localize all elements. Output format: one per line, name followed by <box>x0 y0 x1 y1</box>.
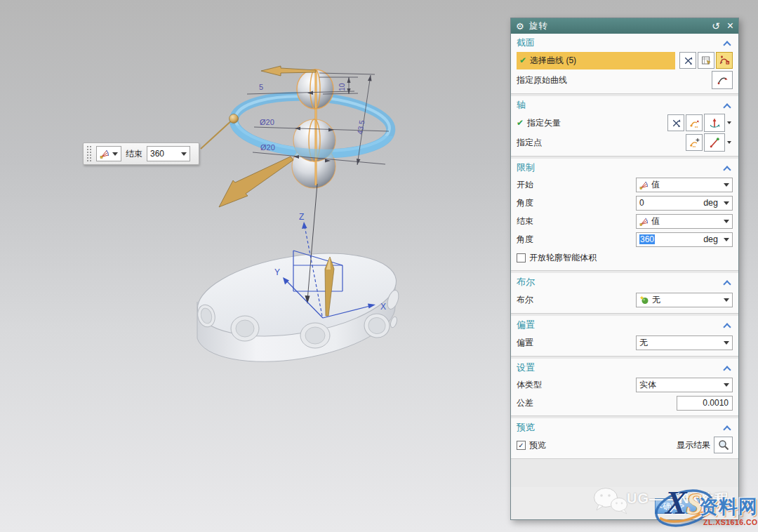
offset-select[interactable]: 无 <box>636 335 733 350</box>
end-mode-dropdown[interactable] <box>96 146 121 161</box>
start-label: 开始 <box>517 179 636 191</box>
svg-text:X: X <box>380 302 386 312</box>
boolean-row: 布尔 无 <box>517 290 733 310</box>
dropdown-arrow-icon <box>724 341 729 345</box>
end-mode-select[interactable]: 值 <box>636 214 733 229</box>
unit-label: deg <box>703 234 721 244</box>
reverse-vector-button[interactable] <box>667 114 684 131</box>
chevron-up-icon[interactable] <box>723 366 731 373</box>
point-dialog-button[interactable] <box>686 134 703 151</box>
open-profile-label: 开放轮廓智能体积 <box>529 252 597 264</box>
boolean-select[interactable]: 无 <box>636 293 733 307</box>
boolean-header-label: 布尔 <box>517 276 535 288</box>
limits-header[interactable]: 限制 <box>517 160 733 175</box>
group-axis: 轴 ✔ 指定矢量 <box>511 96 738 157</box>
boolean-label: 布尔 <box>517 294 636 306</box>
chevron-up-icon[interactable] <box>723 166 731 173</box>
end-label: 结束 <box>517 215 636 227</box>
reset-icon[interactable]: ↺ <box>712 21 720 31</box>
start-row: 开始 值 <box>517 175 733 194</box>
offset-row: 偏置 无 <box>517 333 733 352</box>
value-mode-icon <box>100 149 109 159</box>
base-cylinder[interactable] <box>192 241 402 361</box>
end-angle-input[interactable]: 360 deg <box>636 232 733 247</box>
dropdown-arrow-icon <box>724 383 729 387</box>
svg-text:43.5: 43.5 <box>355 119 366 135</box>
preview-header[interactable]: 预览 <box>517 420 733 435</box>
body-type-select[interactable]: 实体 <box>636 378 733 392</box>
start-angle-input[interactable]: 0 deg <box>636 196 733 211</box>
dialog-body: 截面 ✔ 选择曲线 (5) <box>511 34 738 519</box>
start-angle-value: 0 <box>639 198 644 208</box>
dropdown-arrow-icon <box>724 183 729 187</box>
select-curve-label: 选择曲线 (5) <box>530 55 576 67</box>
list-table-icon <box>701 55 711 65</box>
dropdown-arrow-icon <box>181 152 187 156</box>
point-needle-icon <box>709 137 721 148</box>
magnifier-icon <box>718 439 729 451</box>
offset-header[interactable]: 偏置 <box>517 317 733 333</box>
toolbar-drag-handle[interactable] <box>86 145 92 162</box>
vector-dropdown[interactable] <box>725 121 733 124</box>
site-domain: ZL.XS1616.COM <box>703 518 758 526</box>
end-angle-input[interactable]: 360 <box>147 146 190 161</box>
start-angle-row: 角度 0 deg <box>517 194 733 212</box>
settings-header-label: 设置 <box>517 361 535 374</box>
close-icon[interactable]: × <box>727 21 733 31</box>
boolean-none-icon <box>639 295 649 305</box>
point-plus-icon <box>689 138 700 148</box>
dropdown-arrow-icon <box>112 152 118 156</box>
onscreen-input-toolbar[interactable]: 结束 360 <box>83 142 199 165</box>
settings-header[interactable]: 设置 <box>517 360 733 375</box>
chevron-up-icon[interactable] <box>723 323 731 331</box>
show-result-button[interactable] <box>714 437 733 453</box>
vector-dialog-button[interactable] <box>704 114 725 132</box>
point-dropdown[interactable] <box>725 141 733 144</box>
show-result-label: 显示结果 <box>677 439 710 451</box>
start-mode-select[interactable]: 值 <box>636 178 733 192</box>
unit-label: deg <box>703 198 721 208</box>
boolean-header[interactable]: 布尔 <box>517 274 733 290</box>
open-profile-row: 开放轮廓智能体积 <box>517 248 733 267</box>
crossed-arrows-icon <box>683 55 693 66</box>
revolve-dialog: ⚙ 旋转 ↺ × 截面 ✔ 选择曲线 (5) <box>510 18 739 520</box>
chevron-up-icon[interactable] <box>723 280 731 288</box>
tolerance-input[interactable]: 0.0010 <box>677 396 733 411</box>
preview-checkbox[interactable]: ✓ <box>517 441 526 450</box>
specify-point-label: 指定点 <box>517 137 684 149</box>
chevron-up-icon[interactable] <box>723 103 731 111</box>
offset-value: 无 <box>639 337 648 349</box>
chevron-up-icon[interactable] <box>723 41 731 48</box>
inferred-vector-button[interactable] <box>686 114 703 131</box>
svg-text:Ø20: Ø20 <box>260 118 274 126</box>
drag-point[interactable] <box>201 114 239 149</box>
svg-text:Ø20: Ø20 <box>260 143 275 152</box>
chevron-up-icon[interactable] <box>723 425 731 433</box>
point-constructor-button[interactable] <box>704 133 725 152</box>
body-type-row: 体类型 实体 <box>517 375 733 394</box>
direction-arrow-bottom[interactable] <box>219 157 293 207</box>
group-offset: 偏置 偏置 无 <box>511 316 738 357</box>
watermark-site-logo: X S 资料网 ZL.XS1616.COM <box>653 479 758 532</box>
inferred-vector-icon <box>689 118 700 128</box>
reverse-direction-button[interactable] <box>679 52 696 69</box>
site-name: 资料网 <box>699 494 758 519</box>
axis-header[interactable]: 轴 <box>517 98 733 113</box>
select-curve-field[interactable]: ✔ 选择曲线 (5) <box>517 52 675 69</box>
svg-text:Z: Z <box>299 212 304 222</box>
origin-curve-button[interactable] <box>712 71 733 89</box>
logo-monogram-x: X <box>665 484 687 521</box>
end-angle-row: 角度 360 deg <box>517 230 733 248</box>
offset-header-label: 偏置 <box>517 319 535 331</box>
open-profile-checkbox[interactable] <box>517 253 526 262</box>
curve-list-button[interactable] <box>698 52 714 69</box>
curve-rule-button[interactable] <box>716 52 733 69</box>
section-header[interactable]: 截面 <box>517 35 733 51</box>
tolerance-value: 0.0010 <box>703 398 729 408</box>
value-mode-icon <box>639 180 649 189</box>
tolerance-row: 公差 0.0010 <box>517 394 733 412</box>
preview-row: ✓ 预览 显示结果 <box>517 435 733 455</box>
gear-icon: ⚙ <box>516 21 524 32</box>
dialog-titlebar[interactable]: ⚙ 旋转 ↺ × <box>511 18 738 34</box>
boolean-value: 无 <box>652 294 660 306</box>
